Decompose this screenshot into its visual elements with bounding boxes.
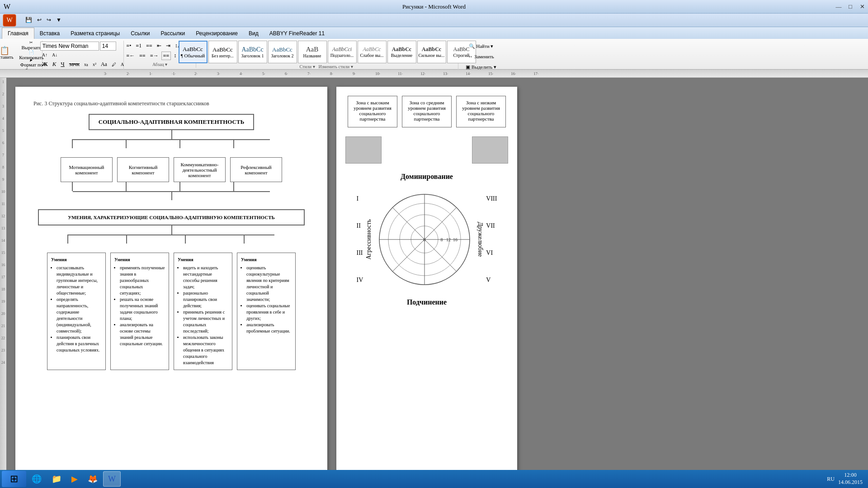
style-heading1[interactable]: AaBbCc Заголовок 1 <box>238 41 267 63</box>
close-btn[interactable]: ✕ <box>856 0 868 14</box>
strikethrough-btn[interactable]: зачк <box>67 60 81 69</box>
italic-btn[interactable]: К <box>51 60 58 69</box>
radar-section: Доминирование I II III IV Агрессивность <box>345 173 508 306</box>
svg-text:8: 8 <box>441 237 443 242</box>
date: 14.06.2015 <box>838 479 863 486</box>
style-strong[interactable]: AaBbCc Сильное вы... <box>417 41 446 63</box>
style-normal[interactable]: AaBbCc ¶ Обычный <box>179 41 208 63</box>
replace-btn[interactable]: ↔ Заменить <box>463 52 499 61</box>
style-heading2[interactable]: AaBbCc Заголовок 2 <box>268 41 297 63</box>
align-center-btn[interactable]: ≡≡ <box>137 52 147 60</box>
tab-home[interactable]: Главная <box>2 28 34 39</box>
grow-font-btn[interactable]: A↑ <box>40 52 49 58</box>
skills-row: Умения согласовывать индивидуальные и гр… <box>47 253 296 370</box>
maximize-btn[interactable]: □ <box>844 0 856 14</box>
clock: 12:00 <box>838 472 863 479</box>
radar-label-friendly: Дружелюбие <box>476 222 484 257</box>
taskbar-lang[interactable]: RU <box>827 476 835 483</box>
radar-title-submission: Подчинение <box>345 298 508 306</box>
skill-title-1: Умения <box>51 257 102 263</box>
skill-item: решать на основе полученных знаний задач… <box>120 296 165 322</box>
style-emphasis[interactable]: AaBbCc Выделение <box>387 41 416 63</box>
tab-abbyy[interactable]: ABBYY FineReader 11 <box>264 28 330 39</box>
increase-indent-btn[interactable]: ⇥ <box>164 42 172 50</box>
octant-II: II <box>357 222 363 230</box>
skill-item: применять полученные знания в разнообраз… <box>120 265 165 296</box>
style-subtitle[interactable]: AaBbCci Подзаголо... <box>328 41 357 63</box>
octant-IV: IV <box>357 277 363 284</box>
tab-references[interactable]: Ссылки <box>125 28 155 39</box>
skill-title-2: Умения <box>114 257 165 263</box>
highlight-btn[interactable]: 🖊 <box>110 61 118 68</box>
tab-review[interactable]: Рецензирование <box>190 28 243 39</box>
save-btn[interactable]: 💾 <box>24 16 34 24</box>
svg-text:12: 12 <box>446 237 451 242</box>
skill-item: согласовывать индивидуальные и групповые… <box>57 265 102 296</box>
skill-item: видеть и находить нестандартные способы … <box>183 265 228 290</box>
underline-btn[interactable]: Ч <box>59 60 66 69</box>
decrease-indent-btn[interactable]: ⇤ <box>155 42 163 50</box>
change-styles-btn[interactable]: Изменить стили ▾ <box>317 63 355 70</box>
taskbar-explorer[interactable]: 📁 <box>47 471 66 487</box>
office-button[interactable]: W <box>3 14 16 27</box>
style-subtle-em[interactable]: AaBbCc Слабое вы... <box>358 41 387 63</box>
zone-medium: Зона со средним уровнем развития социаль… <box>402 96 452 127</box>
skill-item: анализировать проблемные ситуации. <box>246 322 292 334</box>
style-no-spacing[interactable]: AaBbCc Без интер... <box>208 41 237 63</box>
text-effects-btn[interactable]: Аа <box>99 60 109 69</box>
bold-btn[interactable]: Ж <box>40 60 50 69</box>
undo-btn[interactable]: ↩ <box>35 16 43 24</box>
radar-chart: 0 8 12 16 <box>375 185 474 294</box>
group-styles: AaBbCc ¶ Обычный AaBbCc Без интер... AaB… <box>196 41 458 71</box>
components-row: Мотивационный компонент Когнитивный комп… <box>61 157 282 182</box>
skill-item: анализировать на основе системы знаний р… <box>120 322 165 347</box>
shrink-font-btn[interactable]: A↓ <box>50 52 59 58</box>
svg-text:0: 0 <box>424 237 426 242</box>
page-right: Зона с высоким уровнем развития социальн… <box>336 87 517 488</box>
taskbar-word[interactable]: W <box>103 471 121 487</box>
multilevel-btn[interactable]: ≡≡ <box>144 42 154 50</box>
zone-low: Зона с низким уровнем развития социально… <box>456 96 506 127</box>
font-size-input[interactable] <box>100 42 116 51</box>
taskbar-firefox[interactable]: 🦊 <box>83 471 102 487</box>
redo-btn[interactable]: ↪ <box>45 16 53 24</box>
justify-btn[interactable]: ≡≡ <box>161 52 171 60</box>
diagram-container: СОЦИАЛЬНО-АДАПТИВНАЯ КОМПЕТЕНТНОСТЬ <box>33 114 309 370</box>
find-btn[interactable]: 🔍 Найти ▾ <box>463 42 499 51</box>
skill-item: рационально планировать свои действия; <box>183 290 228 309</box>
font-name-input[interactable] <box>40 42 99 51</box>
tab-view[interactable]: Вид <box>243 28 264 39</box>
paste-btn[interactable]: 📋 Вставить <box>0 41 14 65</box>
superscript-btn[interactable]: x² <box>91 61 98 68</box>
tab-insert[interactable]: Вставка <box>34 28 66 39</box>
octant-VII: VII <box>486 222 497 230</box>
style-title[interactable]: AaB Название <box>298 41 327 63</box>
taskbar-media[interactable]: ▶ <box>67 471 82 487</box>
app-icon: W <box>4 3 10 11</box>
start-button[interactable]: ⊞ <box>2 471 26 487</box>
octant-I: I <box>357 195 363 202</box>
tab-page-layout[interactable]: Разметка страницы <box>65 28 125 39</box>
time-display: 12:00 14.06.2015 <box>838 472 863 486</box>
customize-btn[interactable]: ▼ <box>54 16 63 24</box>
paragraph-label: Абзац ▾ <box>152 62 167 68</box>
tab-mailings[interactable]: Рассылки <box>155 28 190 39</box>
skill-box-4: Умения оценивать социокультурные явления… <box>237 253 296 370</box>
taskbar-ie[interactable]: 🌐 <box>27 471 46 487</box>
subscript-btn[interactable]: x₂ <box>82 61 90 68</box>
gray-boxes-row <box>345 136 508 164</box>
numbering-btn[interactable]: ≡1 <box>134 42 144 50</box>
component-cognitive: Когнитивный компонент <box>117 157 169 182</box>
doc-area[interactable]: Рис. 3 Структура социально-адаптивной ко… <box>6 78 868 488</box>
main-area: 12345 678910 1112131415 1617181920 21222… <box>0 78 868 488</box>
quick-access-bar: 💾 ↩ ↪ ▼ <box>21 15 66 25</box>
style-gallery: AaBbCc ¶ Обычный AaBbCc Без интер... AaB… <box>179 41 476 63</box>
bullets-btn[interactable]: ≡• <box>125 42 133 50</box>
line-spacing-btn[interactable]: ↕ <box>172 52 178 60</box>
minimize-btn[interactable]: — <box>833 0 844 14</box>
skill-item: оценивать социальные проявления в себе и… <box>246 303 292 322</box>
align-right-btn[interactable]: ≡→ <box>148 52 160 60</box>
skill-box-3: Умения видеть и находить нестандартные с… <box>174 253 232 370</box>
align-left-btn[interactable]: ≡← <box>125 52 137 60</box>
skill-item: планировать свои действия в различных со… <box>57 334 102 353</box>
